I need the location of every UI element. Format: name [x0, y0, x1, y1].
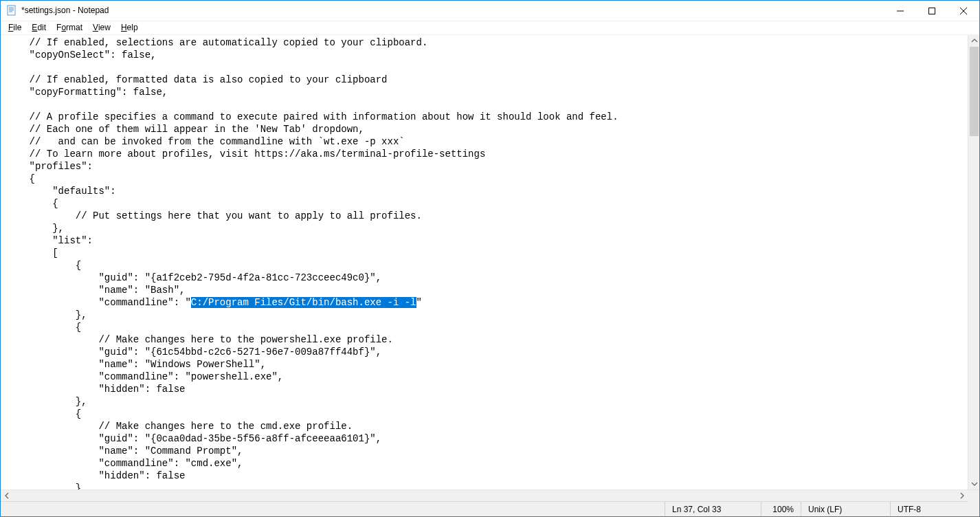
maximize-button[interactable] [916, 1, 948, 21]
editor-line: // Make changes here to the powershell.e… [6, 333, 968, 346]
menu-file-rest: ile [13, 23, 21, 32]
editor-line [6, 61, 968, 74]
editor-line: "copyFormatting": false, [6, 86, 968, 98]
menu-format[interactable]: Format [52, 22, 88, 33]
editor-line: { [6, 408, 968, 420]
editor-line: "copyOnSelect": false, [6, 49, 968, 61]
notepad-icon [6, 5, 17, 16]
editor-line: // A profile specifies a command to exec… [6, 111, 968, 123]
editor-line: "guid": "{61c54bbd-c2c6-5271-96e7-009a87… [6, 346, 968, 358]
editor-line: "guid": "{0caa0dad-35be-5f56-a8ff-afceee… [6, 432, 968, 445]
text-area[interactable]: // If enabled, selections are automatica… [1, 35, 968, 490]
editor-line: // and can be invoked from the commandli… [6, 135, 968, 148]
titlebar: *settings.json - Notepad [1, 1, 979, 21]
editor-container: // If enabled, selections are automatica… [1, 35, 979, 490]
status-lncol: Ln 37, Col 33 [665, 502, 761, 516]
editor-line: "guid": "{a1f2ceb2-795d-4f2a-81cc-723cce… [6, 272, 968, 284]
editor-line: }, [6, 222, 968, 234]
editor-line: "name": "Bash", [6, 284, 968, 296]
status-zoom: 100% [761, 502, 801, 516]
status-spacer [1, 502, 665, 516]
editor-line: "commandline": "C:/Program Files/Git/bin… [6, 296, 968, 309]
window-title: *settings.json - Notepad [21, 6, 109, 15]
scroll-right-icon[interactable] [956, 490, 968, 502]
scroll-down-icon[interactable] [968, 478, 979, 490]
menu-view-rest: iew [98, 23, 111, 32]
close-button[interactable] [948, 1, 979, 21]
editor-line: "list": [6, 234, 968, 247]
editor-line: // To learn more about profiles, visit h… [6, 148, 968, 160]
editor-line: // If enabled, formatted data is also co… [6, 74, 968, 86]
editor-line: { [6, 321, 968, 333]
menubar: File Edit Format View Help [1, 21, 979, 35]
menu-help-rest: elp [127, 23, 138, 32]
editor-line: "name": "Windows PowerShell", [6, 358, 968, 371]
window-controls [884, 1, 979, 21]
scroll-up-icon[interactable] [968, 35, 979, 47]
menu-help[interactable]: Help [116, 22, 144, 33]
editor-line: { [6, 197, 968, 210]
editor-line: [ [6, 247, 968, 259]
editor-line: // Each one of them will appear in the '… [6, 123, 968, 135]
editor-line: { [6, 259, 968, 272]
scroll-left-icon[interactable] [1, 490, 12, 502]
editor-line: "profiles": [6, 160, 968, 173]
editor-line: }, [6, 395, 968, 408]
editor-line: // If enabled, selections are automatica… [6, 36, 968, 49]
menu-view[interactable]: View [88, 22, 116, 33]
editor-line [6, 98, 968, 111]
menu-edit[interactable]: Edit [27, 22, 52, 33]
menu-format-rest: rmat [66, 23, 82, 32]
scrollbar-corner [968, 490, 979, 502]
editor-line: "commandline": "powershell.exe", [6, 371, 968, 383]
svg-rect-6 [929, 8, 935, 14]
editor-line: "commandline": "cmd.exe", [6, 457, 968, 470]
menu-file[interactable]: File [3, 22, 27, 33]
horizontal-scrollbar[interactable] [1, 490, 979, 501]
editor-line: "defaults": [6, 185, 968, 197]
status-eol: Unix (LF) [801, 502, 890, 516]
editor-line: "name": "Command Prompt", [6, 445, 968, 457]
vertical-scrollbar[interactable] [968, 35, 979, 490]
editor-line: } [6, 482, 968, 490]
vertical-scroll-thumb[interactable] [970, 47, 979, 136]
selected-text: C:/Program Files/Git/bin/bash.exe -i -l [191, 297, 416, 308]
editor-line: // Put settings here that you want to ap… [6, 210, 968, 222]
menu-edit-rest: dit [37, 23, 46, 32]
editor-line: "hidden": false [6, 383, 968, 395]
editor-line: { [6, 173, 968, 185]
editor-line: }, [6, 309, 968, 321]
status-encoding: UTF-8 [890, 502, 979, 516]
editor-line: // Make changes here to the cmd.exe prof… [6, 420, 968, 432]
statusbar: Ln 37, Col 33 100% Unix (LF) UTF-8 [1, 501, 979, 516]
editor-line: "hidden": false [6, 470, 968, 482]
minimize-button[interactable] [884, 1, 916, 21]
